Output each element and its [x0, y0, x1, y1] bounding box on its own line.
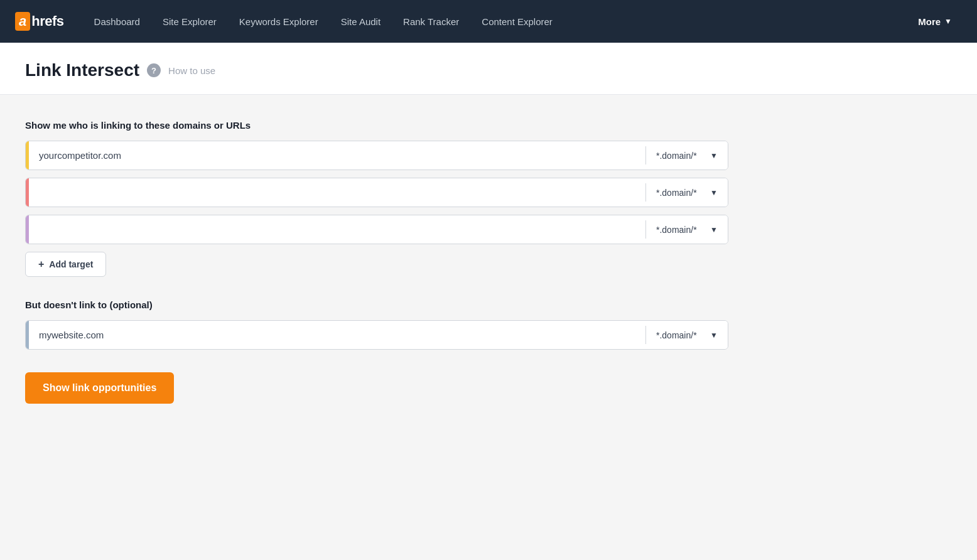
page-title: Link Intersect: [25, 60, 139, 80]
logo-text: hrefs: [31, 13, 63, 30]
target-input-3[interactable]: [29, 215, 645, 244]
nav-item-dashboard[interactable]: Dashboard: [84, 11, 150, 32]
chevron-down-icon: ▼: [710, 151, 718, 160]
nav-items: Dashboard Site Explorer Keywords Explore…: [84, 11, 909, 32]
section2-label: But doesn't link to (optional): [25, 299, 728, 310]
nav-item-site-explorer[interactable]: Site Explorer: [153, 11, 227, 32]
nav-more-label: More: [918, 16, 941, 27]
main-content: Show me who is linking to these domains …: [0, 95, 753, 429]
exclude-input-1[interactable]: [29, 321, 645, 349]
nav-item-site-audit[interactable]: Site Audit: [331, 11, 391, 32]
exclude-input-row-1: *.domain/* ▼: [25, 320, 728, 350]
nav-item-rank-tracker[interactable]: Rank Tracker: [393, 11, 469, 32]
chevron-down-icon: ▼: [710, 225, 718, 234]
page-header: Link Intersect ? How to use: [0, 43, 977, 95]
nav-more-button[interactable]: More ▼: [908, 11, 962, 32]
target-input-row-2: *.domain/* ▼: [25, 178, 728, 207]
dropdown-value-exclude: *.domain/*: [656, 330, 697, 340]
show-link-opportunities-button[interactable]: Show link opportunities: [25, 372, 174, 404]
dropdown-value-2: *.domain/*: [656, 188, 697, 198]
chevron-down-icon: ▼: [710, 331, 718, 340]
chevron-down-icon: ▼: [944, 17, 952, 26]
target-input-2[interactable]: [29, 178, 645, 207]
target-input-row-3: *.domain/* ▼: [25, 215, 728, 244]
dropdown-value-1: *.domain/*: [656, 151, 697, 161]
dropdown-exclude[interactable]: *.domain/* ▼: [646, 321, 728, 349]
chevron-down-icon: ▼: [710, 188, 718, 197]
add-target-label: Add target: [49, 259, 93, 269]
plus-icon: +: [38, 259, 44, 270]
dropdown-1[interactable]: *.domain/* ▼: [646, 141, 728, 170]
how-to-use-link[interactable]: How to use: [168, 65, 215, 76]
add-target-button[interactable]: + Add target: [25, 252, 106, 277]
dropdown-value-3: *.domain/*: [656, 225, 697, 235]
dropdown-3[interactable]: *.domain/* ▼: [646, 215, 728, 244]
section1-label: Show me who is linking to these domains …: [25, 120, 728, 131]
nav-item-keywords-explorer[interactable]: Keywords Explorer: [229, 11, 328, 32]
target-input-1[interactable]: [29, 141, 645, 170]
logo-icon: a: [15, 12, 30, 31]
target-input-row-1: *.domain/* ▼: [25, 141, 728, 170]
dropdown-2[interactable]: *.domain/* ▼: [646, 178, 728, 207]
nav-item-content-explorer[interactable]: Content Explorer: [472, 11, 563, 32]
logo[interactable]: a hrefs: [15, 12, 64, 31]
navbar: a hrefs Dashboard Site Explorer Keywords…: [0, 0, 977, 43]
help-icon[interactable]: ?: [147, 63, 161, 77]
